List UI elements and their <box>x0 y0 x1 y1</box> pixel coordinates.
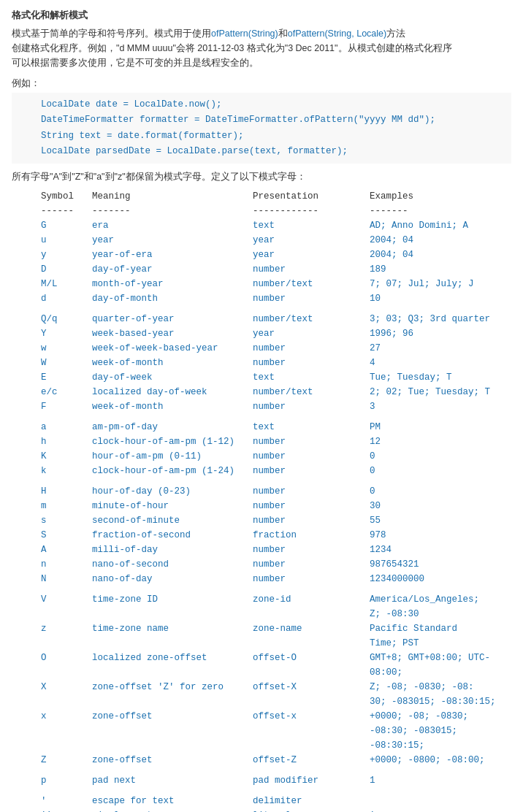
header-presentation: Presentation <box>253 189 370 204</box>
table-row: F week-of-month number 3 <box>12 399 511 414</box>
table-row: z time-zone name zone-name Pacific Stand… <box>12 621 511 651</box>
table-spacer <box>12 478 511 484</box>
table-row: x zone-offset offset-x +0000; -08; -0830… <box>12 709 511 753</box>
code-line-4: LocalDate parsedDate = LocalDate.parse(t… <box>41 144 500 159</box>
table-row: O localized zone-offset offset-O GMT+8; … <box>12 651 511 680</box>
header-examples: Examples <box>370 189 505 204</box>
table-row: V time-zone ID zone-id America/Los_Angel… <box>12 592 511 621</box>
table-row: M/L month-of-year number/text 7; 07; Jul… <box>12 277 511 291</box>
page-container: 格式化和解析模式 模式基于简单的字母和符号序列。模式用于使用ofPattern(… <box>12 9 511 812</box>
of-pattern-link-2[interactable]: ofPattern(String, Locale) <box>288 28 387 39</box>
table-row: a am-pm-of-day text PM <box>12 420 511 434</box>
table-row: H hour-of-day (0-23) number 0 <box>12 484 511 499</box>
code-line-2: DateTimeFormatter formatter = DateTimeFo… <box>41 112 500 128</box>
table-row: u year year 2004; 04 <box>12 233 511 248</box>
table-row: W week-of-month number 4 <box>12 356 511 370</box>
table-row: S fraction-of-second fraction 978 <box>12 528 511 543</box>
example-label: 例如： <box>12 77 511 90</box>
table-row: Q/q quarter-of-year number/text 3; 03; Q… <box>12 312 511 326</box>
table-separator: ------ ------- ------------ ------- <box>12 204 511 218</box>
table-spacer <box>12 306 511 312</box>
code-line-3: String text = date.format(formatter); <box>41 129 500 144</box>
table-spacer <box>12 586 511 592</box>
table-row: k clock-hour-of-am-pm (1-24) number 0 <box>12 464 511 478</box>
table-row: E day-of-week text Tue; Tuesday; T <box>12 370 511 385</box>
description: 模式基于简单的字母和符号序列。模式用于使用ofPattern(String)和o… <box>12 26 511 70</box>
header-meaning: Meaning <box>92 189 253 204</box>
of-pattern-link-1[interactable]: ofPattern(String) <box>211 28 278 39</box>
table-row: '' single quote literal ' <box>12 808 511 812</box>
table-spacer <box>12 788 511 794</box>
table-row: G era text AD; Anno Domini; A <box>12 218 511 233</box>
code-line-1: LocalDate date = LocalDate.now(); <box>41 97 500 112</box>
table-row: Y week-based-year year 1996; 96 <box>12 326 511 341</box>
page-title: 格式化和解析模式 <box>12 9 511 22</box>
table-row: X zone-offset 'Z' for zero offset-X Z; -… <box>12 680 511 709</box>
header-symbol: Symbol <box>41 189 92 204</box>
table-row: h clock-hour-of-am-pm (1-12) number 12 <box>12 434 511 449</box>
table-row: A milli-of-day number 1234 <box>12 543 511 557</box>
symbol-table: Symbol Meaning Presentation Examples ---… <box>12 189 511 812</box>
table-row: s second-of-minute number 55 <box>12 513 511 528</box>
table-row: D day-of-year number 189 <box>12 262 511 277</box>
table-spacer <box>12 414 511 420</box>
table-header: Symbol Meaning Presentation Examples <box>12 189 511 204</box>
table-spacer <box>12 767 511 773</box>
table-row: m minute-of-hour number 30 <box>12 499 511 513</box>
table-row: Z zone-offset offset-Z +0000; -0800; -08… <box>12 753 511 767</box>
desc-and: 和 <box>278 28 288 39</box>
table-row: e/c localized day-of-week number/text 2;… <box>12 385 511 399</box>
table-row: ' escape for text delimiter <box>12 794 511 808</box>
section-text: 所有字母"A"到"Z"和"a"到"z"都保留为模式字母。定义了以下模式字母： <box>12 171 511 183</box>
table-row: d day-of-month number 10 <box>12 291 511 306</box>
table-row: N nano-of-day number 1234000000 <box>12 572 511 586</box>
table-row: n nano-of-second number 987654321 <box>12 557 511 572</box>
table-row: w week-of-week-based-year number 27 <box>12 341 511 356</box>
table-row: K hour-of-am-pm (0-11) number 0 <box>12 449 511 464</box>
table-row: y year-of-era year 2004; 04 <box>12 248 511 262</box>
table-row: p pad next pad modifier 1 <box>12 773 511 788</box>
code-block: LocalDate date = LocalDate.now(); DateTi… <box>12 93 511 164</box>
desc-text-1: 模式基于简单的字母和符号序列。模式用于使用 <box>12 28 211 39</box>
